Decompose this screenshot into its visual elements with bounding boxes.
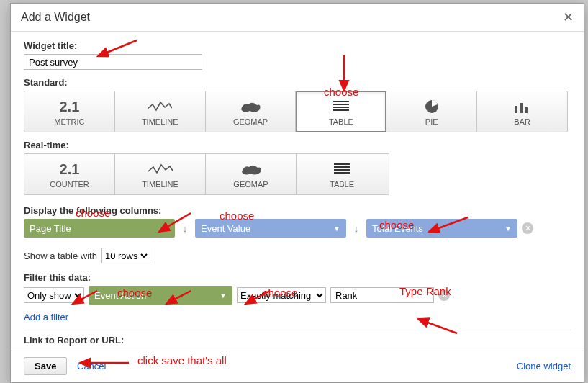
modal-body: Widget title: Standard: 2.1 METRIC TIMEL… <box>11 32 584 351</box>
column-3-dropdown[interactable]: Total Events▼ <box>366 219 517 238</box>
realtime-type-grid: 2.1 COUNTER TIMELINE GEOMAP TABLE <box>24 153 389 195</box>
svg-rect-5 <box>515 106 517 113</box>
show-rows-row: Show a table with 10 rows <box>24 248 571 263</box>
type-table[interactable]: TABLE <box>296 91 386 132</box>
show-rows-label: Show a table with <box>24 251 97 261</box>
widget-title-label: Widget title: <box>24 40 571 51</box>
filter-label: Filter this data: <box>24 272 571 283</box>
type-label: GEOMAP <box>233 117 268 126</box>
chevron-down-icon: ▼ <box>333 225 340 233</box>
rt-type-geomap[interactable]: GEOMAP <box>206 154 297 194</box>
dropdown-value: Total Events <box>372 223 423 234</box>
rt-type-table[interactable]: TABLE <box>297 154 387 194</box>
column-2-dropdown[interactable]: Event Value▼ <box>195 219 346 238</box>
modal-title: Add a Widget <box>21 11 90 24</box>
widget-title-input[interactable] <box>24 54 202 70</box>
rt-type-counter[interactable]: 2.1 COUNTER <box>24 154 115 194</box>
chevron-down-icon: ▼ <box>505 225 512 233</box>
standard-type-grid: 2.1 METRIC TIMELINE GEOMAP TABLE <box>24 91 568 132</box>
type-label: GEOMAP <box>233 180 268 189</box>
timeline-icon <box>148 99 172 114</box>
rows-select[interactable]: 10 rows <box>101 248 150 263</box>
save-button[interactable]: Save <box>24 357 67 375</box>
filter-match-select[interactable]: Exactly matching <box>237 287 326 303</box>
counter-icon: 2.1 <box>60 161 80 178</box>
type-metric[interactable]: 2.1 METRIC <box>24 91 115 132</box>
filter-mode-select[interactable]: Only show <box>24 287 84 303</box>
type-geomap[interactable]: GEOMAP <box>206 91 297 132</box>
filter-value-input[interactable] <box>330 287 434 303</box>
type-bar[interactable]: BAR <box>477 91 567 132</box>
remove-filter-icon[interactable]: ✕ <box>438 289 450 301</box>
geomap-icon <box>240 161 262 177</box>
add-widget-modal: Add a Widget ✕ Widget title: Standard: 2… <box>10 3 584 383</box>
filter-row: Only show Event Action▼ Exactly matching… <box>24 286 571 305</box>
pie-icon <box>424 99 440 114</box>
standard-label: Standard: <box>24 77 571 88</box>
link-report-label: Link to Report or URL: <box>24 335 571 346</box>
bar-icon <box>513 99 532 114</box>
add-filter-link[interactable]: Add a filter <box>24 312 68 323</box>
metric-icon: 2.1 <box>60 99 80 115</box>
clone-widget-link[interactable]: Clone widget <box>517 361 571 371</box>
type-timeline[interactable]: TIMELINE <box>115 91 206 132</box>
type-label: TIMELINE <box>142 180 178 189</box>
reorder-icon[interactable]: ↓ <box>179 223 191 234</box>
filter-dimension-dropdown[interactable]: Event Action▼ <box>89 286 232 305</box>
type-label: PIE <box>425 117 438 126</box>
remove-column-icon[interactable]: ✕ <box>522 222 533 234</box>
timeline-icon <box>148 161 173 177</box>
svg-rect-6 <box>520 103 523 113</box>
dropdown-value: Event Value <box>201 223 250 234</box>
chevron-down-icon: ▼ <box>162 225 169 233</box>
column-1-dropdown[interactable]: Page Title▼ <box>24 219 175 238</box>
modal-footer: Save Cancel click save that's all Clone … <box>11 351 584 382</box>
modal-header: Add a Widget ✕ <box>11 4 584 32</box>
type-pie[interactable]: PIE <box>386 91 477 132</box>
type-label: TABLE <box>329 117 353 126</box>
geomap-icon <box>240 99 261 114</box>
dropdown-value: Event Action <box>94 290 146 301</box>
type-label: BAR <box>514 117 530 126</box>
svg-line-19 <box>418 319 457 333</box>
type-label: TABLE <box>330 180 354 189</box>
dropdown-value: Page Title <box>30 223 71 234</box>
realtime-label: Real-time: <box>24 140 571 150</box>
rt-type-timeline[interactable]: TIMELINE <box>115 154 206 194</box>
svg-rect-7 <box>525 107 528 113</box>
close-icon[interactable]: ✕ <box>563 11 574 24</box>
type-label: TIMELINE <box>142 117 178 126</box>
columns-row: Page Title▼ ↓ Event Value▼ ↓ Total Event… <box>24 219 571 238</box>
type-label: METRIC <box>54 117 84 126</box>
table-icon <box>333 161 351 177</box>
cancel-link[interactable]: Cancel <box>77 361 106 371</box>
table-icon <box>332 99 350 114</box>
columns-label: Display the following columns: <box>24 205 571 216</box>
annotation-text: click save that's all <box>137 354 227 366</box>
reorder-icon[interactable]: ↓ <box>350 223 362 234</box>
type-label: COUNTER <box>50 180 89 189</box>
chevron-down-icon: ▼ <box>220 292 227 299</box>
